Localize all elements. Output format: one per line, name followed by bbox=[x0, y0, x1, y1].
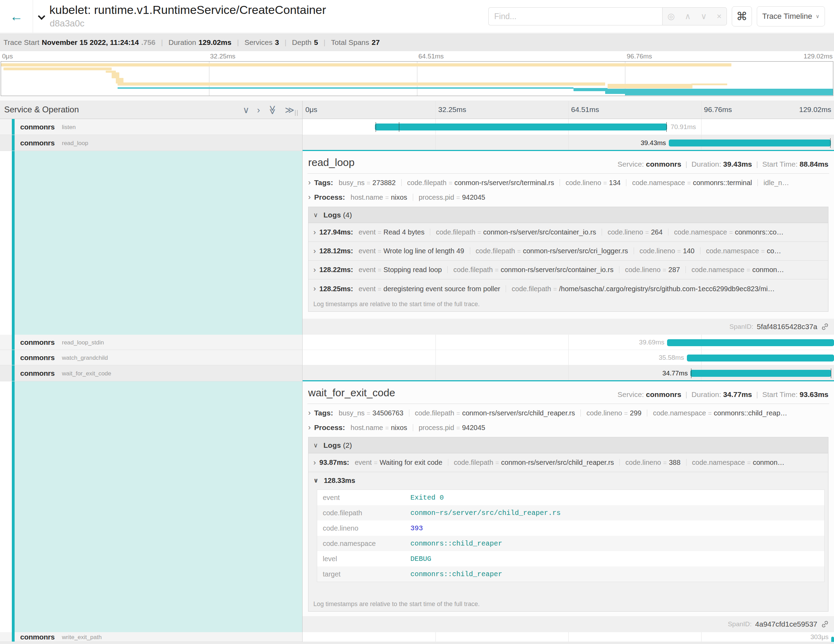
log-entry[interactable]: ›128.25ms:event=deregistering event sour… bbox=[309, 279, 828, 298]
clear-search-icon[interactable]: × bbox=[717, 12, 722, 21]
deep-link-icon[interactable] bbox=[821, 620, 829, 628]
timeline-column-header: Service & Operation ∨ › ≫ ≫ 0μs32.25ms64… bbox=[0, 101, 834, 119]
span-timeline-cell[interactable]: 35.58ms bbox=[302, 350, 834, 365]
log-entry-expanded[interactable]: ∨ 128.33ms bbox=[309, 472, 828, 489]
log-entry[interactable]: ›128.22ms:event=Stopping read loopcode.f… bbox=[309, 261, 828, 279]
gridline bbox=[435, 632, 436, 642]
kv-pair[interactable]: host.name=nixos bbox=[351, 193, 407, 201]
span-timeline-cell[interactable]: 34.77ms bbox=[302, 365, 834, 381]
kv-pair[interactable]: event=Stopping read loop bbox=[359, 266, 442, 273]
span-id-row: SpanID: 4a947cfd1ce59537 bbox=[302, 616, 834, 632]
expand-one-icon[interactable]: › bbox=[257, 104, 260, 116]
chevron-down-icon: ∨ bbox=[314, 477, 318, 484]
kv-pair[interactable]: code.namespace=conmonrs::co… bbox=[674, 228, 784, 236]
process-row[interactable]: ›Process:host.name=nixosprocess.pid=9420… bbox=[308, 423, 831, 432]
kv-pair[interactable]: code.namespace=co… bbox=[706, 247, 781, 255]
next-result-icon[interactable]: ∨ bbox=[701, 12, 707, 21]
span-bar[interactable] bbox=[690, 370, 831, 377]
separator bbox=[506, 285, 506, 292]
collapse-one-icon[interactable]: ∨ bbox=[243, 104, 249, 116]
separator: | bbox=[284, 38, 286, 47]
ruler-tick-label: 32.25ms bbox=[210, 53, 236, 60]
deep-link-icon[interactable] bbox=[821, 322, 829, 331]
span-name-cell[interactable]: conmonrswatch_grandchild bbox=[0, 350, 302, 365]
kv-pair[interactable]: code.lineno=388 bbox=[626, 459, 680, 466]
match-case-icon[interactable]: ◎ bbox=[668, 12, 675, 21]
service-name: conmonrs bbox=[20, 338, 55, 346]
kv-pair[interactable]: event=Read 4 bytes bbox=[359, 228, 424, 236]
log-field-value: DEBUG bbox=[411, 555, 431, 563]
kv-pair[interactable]: idle_n… bbox=[763, 179, 789, 186]
kv-pair[interactable]: code.lineno=264 bbox=[608, 228, 663, 236]
span-bar[interactable] bbox=[687, 354, 834, 361]
prev-result-icon[interactable]: ∧ bbox=[685, 12, 691, 21]
span-bar[interactable] bbox=[669, 139, 831, 146]
span-row-watch-grandchild[interactable]: conmonrswatch_grandchild35.58ms bbox=[0, 350, 834, 365]
span-row-read-loop-stdin[interactable]: conmonrsread_loop_stdin39.69ms bbox=[0, 335, 834, 350]
back-button[interactable]: ← bbox=[0, 0, 33, 33]
span-name-cell[interactable]: conmonrsread_loop bbox=[0, 135, 302, 151]
kv-pair[interactable]: code.filepath=conmon-rs/server/src/conta… bbox=[436, 228, 596, 236]
expand-all-icon[interactable]: ≫ bbox=[285, 104, 294, 116]
span-row-read-loop[interactable]: conmonrsread_loop39.43ms bbox=[0, 135, 834, 151]
kv-pair[interactable]: code.namespace=conmon… bbox=[692, 266, 784, 273]
kv-pair[interactable]: event=Waiting for exit code bbox=[355, 459, 442, 466]
gridline bbox=[568, 350, 569, 365]
log-entry[interactable]: ›127.94ms:event=Read 4 bytescode.filepat… bbox=[309, 223, 828, 242]
kv-pair[interactable]: code.filepath=conmon-rs/server/src/child… bbox=[415, 409, 575, 417]
keyboard-shortcuts-button[interactable]: ⌘ bbox=[732, 6, 752, 26]
kv-pair[interactable]: event=Wrote log line of length 49 bbox=[359, 247, 464, 255]
kv-pair[interactable]: busy_ns=273882 bbox=[339, 179, 396, 186]
span-name-cell[interactable]: conmonrsread_loop_stdin bbox=[0, 335, 302, 350]
span-row-listen[interactable]: conmonrslisten70.91ms bbox=[0, 119, 834, 135]
column-resize-grip[interactable] bbox=[295, 110, 298, 116]
find-input[interactable] bbox=[488, 7, 662, 25]
logs-note: Log timestamps are relative to the start… bbox=[314, 600, 480, 608]
span-name-cell[interactable]: conmonrswait_for_exit_code bbox=[0, 365, 302, 381]
collapse-all-icon[interactable]: ≫ bbox=[267, 105, 278, 115]
kv-pair[interactable]: process.pid=942045 bbox=[419, 193, 485, 201]
trace-minimap[interactable] bbox=[1, 61, 833, 96]
kv-pair[interactable]: code.lineno=134 bbox=[566, 179, 621, 186]
span-timeline-cell[interactable]: 303μs bbox=[302, 632, 834, 642]
kv-pair[interactable]: code.filepath=conmon-rs/server/src/cri_l… bbox=[476, 247, 628, 255]
logs-header[interactable]: ∨ Logs (2) bbox=[309, 437, 828, 453]
tags-row[interactable]: ›Tags:busy_ns=34506763code.filepath=conm… bbox=[308, 408, 831, 417]
kv-pair[interactable]: code.filepath=conmon-rs/server/src/termi… bbox=[407, 179, 554, 186]
kv-pair[interactable]: code.filepath=/home/sascha/.cargo/regist… bbox=[512, 285, 774, 293]
process-row[interactable]: ›Process:host.name=nixosprocess.pid=9420… bbox=[308, 193, 831, 202]
span-name-cell[interactable]: conmonrslisten bbox=[0, 119, 302, 135]
log-entry[interactable]: ›128.12ms:event=Wrote log line of length… bbox=[309, 242, 828, 261]
kv-pair[interactable]: code.lineno=287 bbox=[625, 266, 680, 273]
span-duration-label: 303μs bbox=[810, 633, 828, 641]
kv-pair[interactable]: code.lineno=140 bbox=[640, 247, 695, 255]
kv-pair[interactable]: host.name=nixos bbox=[351, 424, 407, 431]
kv-pair[interactable]: code.filepath=conmon-rs/server/src/conta… bbox=[453, 266, 614, 273]
log-entry[interactable]: ›93.87ms:event=Waiting for exit codecode… bbox=[309, 453, 828, 472]
span-timeline-cell[interactable]: 70.91ms bbox=[302, 119, 834, 135]
span-bar[interactable] bbox=[667, 339, 834, 346]
kv-pair[interactable]: code.namespace=conmonrs::child_reap… bbox=[653, 409, 787, 417]
span-timeline-cell[interactable]: 39.69ms bbox=[302, 335, 834, 350]
span-row-write-exit-path[interactable]: conmonrswrite_exit_path303μs bbox=[0, 632, 834, 642]
kv-pair[interactable]: code.lineno=299 bbox=[587, 409, 641, 417]
log-field-value: conmonrs::child_reaper bbox=[411, 570, 502, 578]
span-bar[interactable] bbox=[375, 123, 667, 131]
span-timeline-cell[interactable]: 39.43ms bbox=[302, 135, 834, 151]
span-name-cell[interactable]: conmonrswrite_exit_path bbox=[0, 632, 302, 642]
bottom-strip bbox=[0, 642, 834, 644]
logs-header[interactable]: ∨ Logs (4) bbox=[309, 207, 828, 223]
kv-pair[interactable]: process.pid=942045 bbox=[419, 424, 485, 431]
chevron-down-icon: ∨ bbox=[314, 211, 318, 219]
minimap-span bbox=[608, 84, 692, 88]
trace-id: d8a3a0c bbox=[50, 18, 84, 29]
kv-pair[interactable]: busy_ns=34506763 bbox=[339, 409, 403, 417]
tags-row[interactable]: ›Tags:busy_ns=273882code.filepath=conmon… bbox=[308, 178, 831, 187]
kv-pair[interactable]: code.namespace=conmon… bbox=[692, 459, 785, 466]
trace-view-selector[interactable]: Trace Timeline ∨ bbox=[757, 6, 825, 26]
kv-pair[interactable]: event=deregistering event source from po… bbox=[359, 285, 500, 293]
span-row-wait-for-exit-code[interactable]: conmonrswait_for_exit_code34.77ms bbox=[0, 365, 834, 381]
kv-pair[interactable]: code.namespace=conmonrs::terminal bbox=[632, 179, 752, 186]
kv-pair[interactable]: code.filepath=conmon-rs/server/src/child… bbox=[454, 459, 614, 466]
trace-title-collapse-toggle[interactable] bbox=[34, 10, 49, 24]
